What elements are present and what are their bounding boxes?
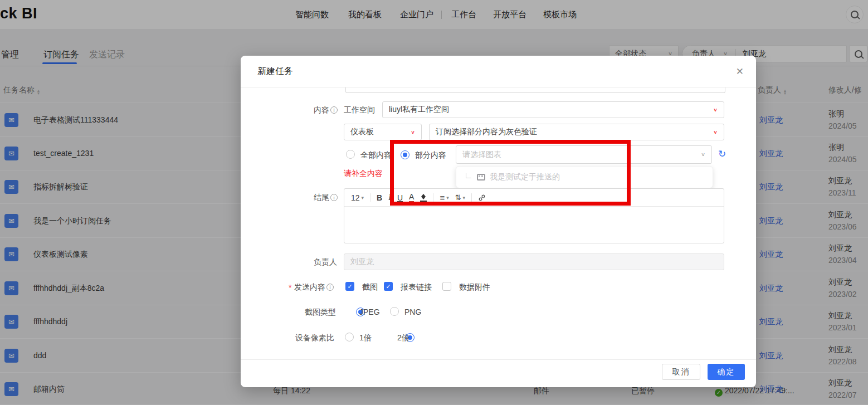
chevron-down-icon: ∨ [701,152,705,157]
font-size-dropdown[interactable]: 12▾ [351,193,364,202]
bold-button[interactable]: B [377,193,382,202]
report-select[interactable]: 订阅选择部分内容为灰色验证 ∨ [429,124,724,140]
info-icon [330,194,338,201]
checkbox-screenshot[interactable] [345,282,354,291]
screenshot-type-label: 截图类型 [305,308,336,318]
modal-owner-input[interactable]: 刘亚龙 [344,253,724,270]
workspace-label: 工作空间 [344,105,375,115]
modal-title: 新建任务 [257,66,293,77]
radio-1x-label[interactable]: 1倍 [359,333,372,343]
checkbox-data-attachment[interactable] [442,282,451,291]
required-mark: * [289,283,291,292]
quick-bi-app: ck BI 智能问数 我的看板 企业门户 工作台 开放平台 模板市场 管理 订阅… [0,0,868,405]
annotation-highlight-rectangle [390,140,631,206]
toolbar-divider [370,193,370,202]
close-icon[interactable] [736,66,744,77]
radio-all-content[interactable] [346,150,355,159]
device-pixel-ratio-label: 设备像素比 [295,333,334,343]
radio-png-label[interactable]: PNG [404,308,421,316]
content-type-select[interactable]: 仪表板 ∨ [344,124,422,140]
checkbox-report-link[interactable] [384,282,393,291]
refresh-icon[interactable] [718,148,726,160]
chevron-down-icon: ∨ [713,129,718,135]
info-icon [330,106,338,114]
ending-label: 结尾 [314,193,338,203]
radio-jpeg-label[interactable]: JPEG [359,308,380,316]
radio-2x-label[interactable]: 2倍 [397,333,409,343]
confirm-button[interactable]: 确定 [708,364,745,380]
task-name-input-partial[interactable] [345,87,725,93]
modal-footer-divider [241,359,756,360]
workspace-select[interactable]: liuyl私有工作空间 ∨ [382,101,724,118]
radio-all-content-label[interactable]: 全部内容 [360,150,392,160]
chevron-down-icon: ∨ [713,107,718,113]
chevron-down-icon: ∨ [411,129,415,135]
info-icon [326,284,334,291]
radio-png[interactable] [390,307,399,316]
checkbox-screenshot-label[interactable]: 截图 [362,282,378,292]
new-task-modal: 新建任务 内容 工作空间 liuyl私有工作空间 ∨ 仪表板 ∨ 订阅选择部分内… [241,56,756,387]
cancel-button[interactable]: 取消 [662,364,700,380]
editor-content-area[interactable] [344,207,724,244]
checkbox-report-link-label[interactable]: 报表链接 [401,282,432,292]
validation-error-text: 请补全内容 [344,169,383,179]
content-label: 内容 [314,105,338,115]
modal-header: 新建任务 [241,56,756,87]
modal-owner-label: 负责人 [314,257,337,267]
checkbox-data-attachment-label[interactable]: 数据附件 [459,282,490,292]
send-content-label: 发送内容 [294,282,334,292]
radio-1x[interactable] [345,333,354,341]
